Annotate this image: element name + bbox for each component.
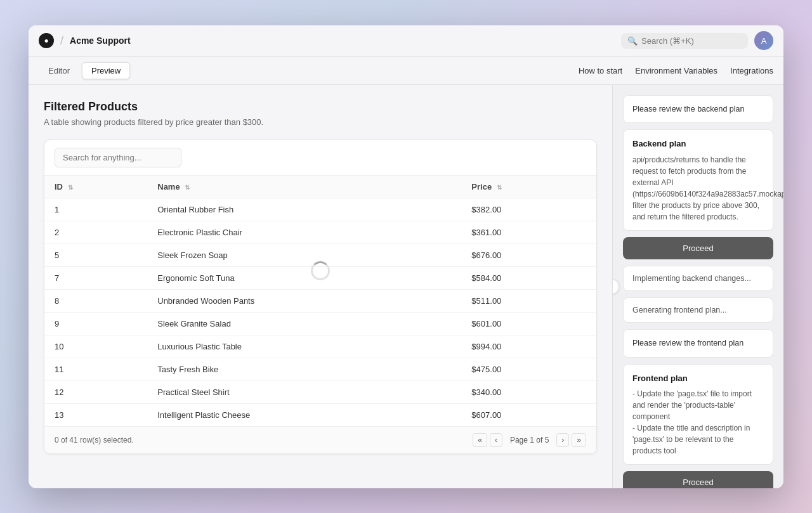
table-row[interactable]: 2 Electronic Plastic Chair $361.00 [44, 221, 596, 244]
cell-id: 2 [44, 221, 147, 244]
titlebar-separator: / [60, 34, 63, 48]
page-prev-btn[interactable]: ‹ [490, 433, 502, 447]
cell-id: 12 [44, 380, 147, 403]
col-price[interactable]: Price ⇅ [461, 176, 596, 198]
frontend-review-label: Please review the frontend plan [632, 339, 743, 347]
global-search[interactable]: 🔍 [621, 33, 748, 49]
titlebar: ● / Acme Support 🔍 A [29, 25, 783, 57]
cell-price: $361.00 [461, 221, 596, 244]
cell-name: Practical Steel Shirt [147, 380, 461, 403]
left-panel: Filtered Products A table showing produc… [29, 85, 612, 488]
page-last-btn[interactable]: » [572, 433, 586, 447]
right-panel: › Please review the backend plan Backend… [612, 85, 783, 488]
cell-price: $475.00 [461, 358, 596, 380]
generating-frontend-label: Generating frontend plan... [632, 306, 727, 315]
cell-name: Sleek Frozen Soap [147, 244, 461, 266]
panel-title: Filtered Products [44, 100, 597, 114]
toolbar: Editor Preview How to start Environment … [29, 57, 783, 85]
row-selection-info: 0 of 41 row(s) selected. [55, 436, 134, 445]
panel-subtitle: A table showing products filtered by pri… [44, 117, 597, 127]
cell-name: Luxurious Plastic Table [147, 335, 461, 358]
backend-review-label: Please review the backend plan [632, 105, 745, 114]
backend-plan-title: Backend plan [632, 138, 764, 150]
app-logo: ● [39, 33, 54, 48]
table-row[interactable]: 11 Tasty Fresh Bike $475.00 [44, 358, 596, 380]
panel-toggle[interactable]: › [612, 279, 619, 294]
backend-plan-card: Backend plan api/products/returns to han… [623, 129, 773, 231]
table-row[interactable]: 8 Unbranded Wooden Pants $511.00 [44, 289, 596, 312]
nav-integrations[interactable]: Integrations [730, 66, 773, 75]
table-footer: 0 of 41 row(s) selected. « ‹ Page 1 of 5… [44, 426, 596, 453]
loading-spinner [311, 261, 330, 280]
cell-price: $676.00 [461, 244, 596, 266]
cell-price: $382.00 [461, 198, 596, 221]
tab-preview[interactable]: Preview [82, 62, 130, 79]
search-icon: 🔍 [627, 36, 638, 46]
frontend-plan-title: Frontend plan [632, 372, 764, 385]
nav-how-to-start[interactable]: How to start [579, 66, 622, 75]
cell-name: Unbranded Wooden Pants [147, 289, 461, 312]
page-next-btn[interactable]: › [556, 433, 569, 447]
nav-env-variables[interactable]: Environment Variables [635, 66, 717, 75]
app-window: ● / Acme Support 🔍 A Editor Preview How … [29, 25, 783, 488]
cell-name: Ergonomic Soft Tuna [147, 266, 461, 289]
table-search-input[interactable] [55, 148, 181, 167]
page-first-btn[interactable]: « [473, 433, 487, 447]
backend-review-card: Please review the backend plan [623, 95, 773, 124]
sort-icon-name: ⇅ [185, 184, 190, 191]
table-body: 1 Oriental Rubber Fish $382.00 2 Electro… [44, 198, 596, 426]
cell-id: 11 [44, 358, 147, 380]
cell-price: $601.00 [461, 312, 596, 335]
cell-price: $511.00 [461, 289, 596, 312]
frontend-plan-card: Frontend plan - Update the 'page.tsx' fi… [623, 364, 773, 465]
frontend-review-card: Please review the frontend plan [623, 329, 773, 358]
products-table: ID ⇅ Name ⇅ Price ⇅ [44, 176, 596, 426]
backend-plan-text: api/products/returns to handle the reque… [632, 154, 764, 223]
page-info: Page 1 of 5 [510, 436, 549, 445]
avatar[interactable]: A [754, 31, 773, 50]
table-row[interactable]: 9 Sleek Granite Salad $601.00 [44, 312, 596, 335]
cell-id: 1 [44, 198, 147, 221]
cell-name: Oriental Rubber Fish [147, 198, 461, 221]
cell-name: Sleek Granite Salad [147, 312, 461, 335]
cell-id: 13 [44, 403, 147, 426]
frontend-plan-text: - Update the 'page.tsx' file to import a… [632, 388, 764, 457]
col-name[interactable]: Name ⇅ [147, 176, 461, 198]
cell-price: $584.00 [461, 266, 596, 289]
table-row[interactable]: 13 Intelligent Plastic Cheese $607.00 [44, 403, 596, 426]
sort-icon-id: ⇅ [68, 184, 73, 191]
implementing-backend-label: Implementing backend changes... [632, 274, 751, 283]
cell-name: Electronic Plastic Chair [147, 221, 461, 244]
cell-id: 7 [44, 266, 147, 289]
pagination: « ‹ Page 1 of 5 › » [473, 433, 586, 447]
cell-id: 8 [44, 289, 147, 312]
main-content: Filtered Products A table showing produc… [29, 85, 783, 488]
products-table-container: ID ⇅ Name ⇅ Price ⇅ [44, 140, 597, 454]
cell-name: Intelligent Plastic Cheese [147, 403, 461, 426]
cell-price: $607.00 [461, 403, 596, 426]
table-search-area [44, 140, 596, 176]
generating-frontend-card: Generating frontend plan... [623, 297, 773, 323]
app-title: Acme Support [70, 36, 131, 46]
nav-links: How to start Environment Variables Integ… [579, 66, 773, 75]
proceed-button-2[interactable]: Proceed [623, 471, 773, 488]
table-row[interactable]: 10 Luxurious Plastic Table $994.00 [44, 335, 596, 358]
col-id[interactable]: ID ⇅ [44, 176, 147, 198]
table-row[interactable]: 12 Practical Steel Shirt $340.00 [44, 380, 596, 403]
cell-price: $994.00 [461, 335, 596, 358]
search-input[interactable] [641, 36, 730, 46]
sort-icon-price: ⇅ [497, 184, 502, 191]
cell-id: 5 [44, 244, 147, 266]
proceed-button-1[interactable]: Proceed [623, 237, 773, 259]
cell-price: $340.00 [461, 380, 596, 403]
tab-editor[interactable]: Editor [39, 62, 79, 79]
table-header-row: ID ⇅ Name ⇅ Price ⇅ [44, 176, 596, 198]
cell-name: Tasty Fresh Bike [147, 358, 461, 380]
implementing-backend-card: Implementing backend changes... [623, 266, 773, 291]
cell-id: 10 [44, 335, 147, 358]
cell-id: 9 [44, 312, 147, 335]
table-row[interactable]: 1 Oriental Rubber Fish $382.00 [44, 198, 596, 221]
